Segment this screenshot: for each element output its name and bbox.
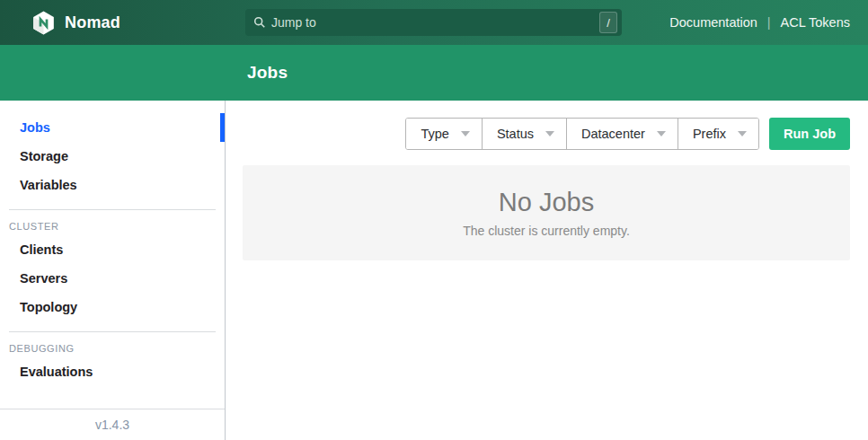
sidebar-item-servers[interactable]: Servers [0,264,225,293]
sidebar-heading-cluster: CLUSTER [0,219,225,235]
page-title: Jobs [247,63,288,83]
status-filter-label: Status [497,127,534,141]
datacenter-filter-label: Datacenter [581,127,645,141]
type-filter-label: Type [421,127,448,141]
main-content: Type Status Datacenter Prefix Run Job [226,101,868,440]
chevron-down-icon [545,131,554,136]
chevron-down-icon [461,131,470,136]
search-placeholder: Jump to [271,15,316,30]
sidebar-item-jobs[interactable]: Jobs [0,113,225,142]
search-icon [253,16,266,29]
sidebar-divider [9,209,216,210]
slash-shortcut-badge: / [599,12,617,33]
status-filter-dropdown[interactable]: Status [483,119,567,149]
sidebar: Jobs Storage Variables CLUSTER Clients S… [0,101,226,440]
empty-state-panel: No Jobs The cluster is currently empty. [243,165,850,260]
chevron-down-icon [738,131,747,136]
navbar-links: Documentation | ACL Tokens [669,0,850,45]
empty-state-message: The cluster is currently empty. [463,224,630,238]
type-filter-dropdown[interactable]: Type [406,119,482,149]
chevron-down-icon [657,131,666,136]
page-header: Jobs [0,45,868,101]
documentation-link[interactable]: Documentation [669,15,757,30]
nomad-brand[interactable]: Nomad [31,11,120,35]
run-job-button[interactable]: Run Job [769,118,850,150]
prefix-filter-label: Prefix [693,127,726,141]
sidebar-item-clients[interactable]: Clients [0,235,225,264]
brand-name: Nomad [65,13,120,32]
sidebar-divider [9,331,216,332]
sidebar-item-variables[interactable]: Variables [0,171,225,199]
nomad-ui-page: Nomad Jump to / Documentation | ACL Toke… [0,0,868,440]
jobs-toolbar: Type Status Datacenter Prefix Run Job [243,118,850,150]
version-label: v1.4.3 [0,409,225,440]
nomad-logo-icon [31,11,56,35]
top-navbar: Nomad Jump to / Documentation | ACL Toke… [0,0,868,45]
datacenter-filter-dropdown[interactable]: Datacenter [567,119,678,149]
sidebar-item-storage[interactable]: Storage [0,142,225,171]
acl-tokens-link[interactable]: ACL Tokens [781,15,850,30]
empty-state-title: No Jobs [499,188,594,217]
links-separator: | [767,15,771,30]
sidebar-item-topology[interactable]: Topology [0,293,225,321]
sidebar-item-evaluations[interactable]: Evaluations [0,357,225,386]
sidebar-heading-debugging: DEBUGGING [0,341,225,357]
prefix-filter-dropdown[interactable]: Prefix [678,119,758,149]
filter-group: Type Status Datacenter Prefix [405,118,759,150]
jump-to-search-input[interactable]: Jump to / [245,9,622,36]
